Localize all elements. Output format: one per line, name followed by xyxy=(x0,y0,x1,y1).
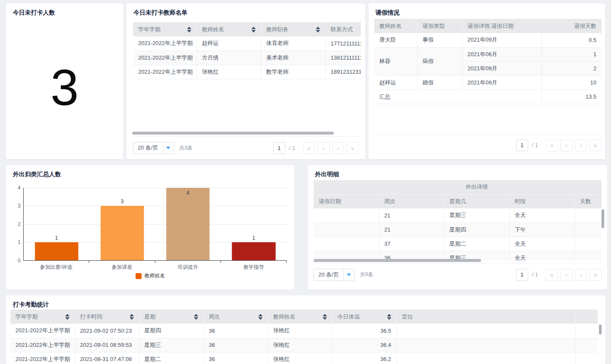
column-header-school-term[interactable]: 学年学期 xyxy=(133,22,197,36)
column-header-location[interactable]: 定位 xyxy=(396,310,575,324)
column-header-clock-time[interactable]: 打卡时间 xyxy=(75,310,139,324)
column-header-leave-type[interactable]: 请假类型 xyxy=(417,19,462,33)
card-title-leave-situation: 请假情况 xyxy=(375,9,399,17)
card-title-outing-summary: 外出归类汇总人数 xyxy=(13,171,61,178)
vertical-scrollbar[interactable] xyxy=(599,325,602,334)
group-header-outing-detail: 外出详情 xyxy=(314,180,602,194)
horizontal-scrollbar[interactable] xyxy=(314,259,481,262)
dropdown-caret-icon[interactable] xyxy=(163,142,174,153)
column-header-weekday[interactable]: 星期几 xyxy=(444,194,509,208)
sort-icon[interactable] xyxy=(65,314,70,320)
bar-lecture[interactable]: 3 xyxy=(100,206,144,260)
column-header-period[interactable]: 时段 xyxy=(509,194,575,208)
bar-slot: 4 xyxy=(155,188,221,260)
page-total-label: / 1 xyxy=(532,142,538,148)
bar-training[interactable]: 4 xyxy=(166,188,210,260)
unclocked-teachers-table-viewport: 学年学期 教师姓名 教师职务 联系方式 2021-2022年上半学期赵梓运体育老… xyxy=(133,22,361,129)
page-size-select[interactable]: 20 条/页 xyxy=(133,142,174,154)
card-attendance-statistics: 打卡考勤统计 学年学期 打卡时间 星期 周次 教师姓名 今日体温 定位 2021… xyxy=(6,295,605,364)
legend-swatch-icon xyxy=(136,273,142,279)
column-header-leave-detail-date[interactable]: 请假详情.请假日期 xyxy=(462,19,541,33)
sort-icon[interactable] xyxy=(258,314,263,320)
sort-icon[interactable] xyxy=(387,314,391,320)
column-header-days[interactable]: 天数 xyxy=(575,194,602,208)
legend-label: 教师姓名 xyxy=(145,272,165,280)
column-header-teacher-name[interactable]: 教师姓名 xyxy=(197,22,261,36)
pagination-bar: 1 / 1 « ‹ › » xyxy=(374,134,602,156)
last-page-button[interactable]: » xyxy=(347,142,359,154)
bar-competition[interactable]: 1 xyxy=(35,242,78,260)
table-header-row: 学年学期 打卡时间 星期 周次 教师姓名 今日体温 定位 xyxy=(10,310,598,324)
pagination-bar: 20 条/页 共3条 1 / 1 « ‹ › » xyxy=(133,136,359,159)
next-page-button[interactable]: › xyxy=(575,139,587,151)
table-group-header-row: 外出详情 xyxy=(314,180,602,194)
sort-icon[interactable] xyxy=(194,314,198,320)
outing-detail-table: 外出详情 请假日期 周次 星期几 时段 天数 21星期三全天 21星期四下午 xyxy=(314,180,602,260)
table-row: 唐大臣 事假 2021年09月 0.5 xyxy=(374,33,602,47)
first-page-button[interactable]: « xyxy=(546,269,558,281)
first-page-button[interactable]: « xyxy=(303,142,315,154)
page-number-input[interactable]: 1 xyxy=(273,142,285,154)
unclocked-teachers-table: 学年学期 教师姓名 教师职务 联系方式 2021-2022年上半学期赵梓运体育老… xyxy=(133,22,361,79)
page-size-select[interactable]: 20 条/页 xyxy=(314,269,355,281)
prev-page-button[interactable]: ‹ xyxy=(560,269,572,281)
column-header-empty xyxy=(575,310,598,324)
outing-detail-table-viewport: 外出详情 请假日期 周次 星期几 时段 天数 21星期三全天 21星期四下午 xyxy=(314,180,602,260)
attendance-table-viewport: 学年学期 打卡时间 星期 周次 教师姓名 今日体温 定位 2021-2022年上… xyxy=(10,310,602,364)
column-header-contact[interactable]: 联系方式 xyxy=(325,22,361,36)
column-header-teacher-name[interactable]: 教师姓名 xyxy=(374,19,417,33)
total-count-label: 共9条 xyxy=(360,271,373,278)
table-header-row: 学年学期 教师姓名 教师职务 联系方式 xyxy=(133,22,361,36)
last-page-button[interactable]: » xyxy=(590,269,602,281)
card-unclocked-teacher-list: 今日未打卡教师名单 学年学期 教师姓名 教师职务 联系方式 2021-2022年… xyxy=(127,3,365,159)
first-page-button[interactable]: « xyxy=(546,139,558,151)
column-header-temperature[interactable]: 今日体温 xyxy=(332,310,396,324)
table-row: 37星期二全天 xyxy=(314,237,602,251)
next-page-button[interactable]: › xyxy=(575,269,587,281)
summary-days-value: 13.5 xyxy=(541,90,602,104)
column-header-teacher-name[interactable]: 教师姓名 xyxy=(268,310,332,324)
column-header-teacher-role[interactable]: 教师职务 xyxy=(261,22,325,36)
dropdown-caret-icon[interactable] xyxy=(343,269,354,280)
pagination-bar: 20 条/页 共9条 1 / 1 « ‹ › » xyxy=(314,263,602,286)
sort-icon[interactable] xyxy=(251,27,256,33)
table-row: 21星期三全天 xyxy=(314,208,602,223)
sort-icon[interactable] xyxy=(187,27,191,33)
column-header-leave-date[interactable]: 请假日期 xyxy=(314,194,379,208)
column-header-week-number[interactable]: 周次 xyxy=(203,310,268,324)
column-header-leave-days[interactable]: 请假天数 xyxy=(541,19,602,33)
bar-slot: 1 xyxy=(221,188,287,260)
card-title-attendance-statistics: 打卡考勤统计 xyxy=(13,301,49,309)
sort-icon[interactable] xyxy=(316,27,320,33)
vertical-scrollbar[interactable] xyxy=(602,209,604,228)
page-number-input[interactable]: 1 xyxy=(516,139,528,151)
bar-chart-plot: 1 3 4 1 xyxy=(23,188,287,261)
summary-label: 汇总 xyxy=(374,90,541,104)
column-header-week-number[interactable]: 周次 xyxy=(379,194,444,208)
next-page-button[interactable]: › xyxy=(332,142,344,154)
bar-slot: 3 xyxy=(89,188,155,260)
table-row: 2021-2022年上半学期张艳红数学老师18912312312 xyxy=(133,65,361,79)
page-number-input[interactable]: 1 xyxy=(516,269,528,281)
sort-icon[interactable] xyxy=(323,314,327,320)
x-axis-labels: 参加比赛/评选 参加讲座 培训提升 教学指导 xyxy=(23,264,287,271)
table-header-row: 请假日期 周次 星期几 时段 天数 xyxy=(314,194,602,208)
last-page-button[interactable]: » xyxy=(590,139,602,151)
prev-page-button[interactable]: ‹ xyxy=(560,139,572,151)
prev-page-button[interactable]: ‹ xyxy=(318,142,330,154)
sort-icon[interactable] xyxy=(130,314,134,320)
column-header-school-term[interactable]: 学年学期 xyxy=(10,310,75,324)
card-today-unclocked-count: 今日未打卡人数 3 xyxy=(6,3,123,159)
chart-legend[interactable]: 教师姓名 xyxy=(6,272,294,280)
page-total-label: / 1 xyxy=(289,145,295,151)
horizontal-scrollbar[interactable] xyxy=(132,132,334,135)
table-row: 赵梓运 婚假 2021年09月 10 xyxy=(374,75,602,90)
leave-table: 教师姓名 请假类型 请假详情.请假日期 请假天数 唐大臣 事假 2021年09月… xyxy=(374,19,602,104)
table-header-row: 教师姓名 请假类型 请假详情.请假日期 请假天数 xyxy=(374,19,602,33)
table-row: 21星期四下午 xyxy=(314,223,602,237)
page-total-label: / 1 xyxy=(532,271,538,278)
bar-teaching-guidance[interactable]: 1 xyxy=(232,242,275,260)
card-title-outing-detail: 外出明细 xyxy=(315,171,339,178)
column-header-weekday[interactable]: 星期 xyxy=(139,310,203,324)
table-row: 林蓉 病假 2021年06月 1 xyxy=(374,47,602,61)
